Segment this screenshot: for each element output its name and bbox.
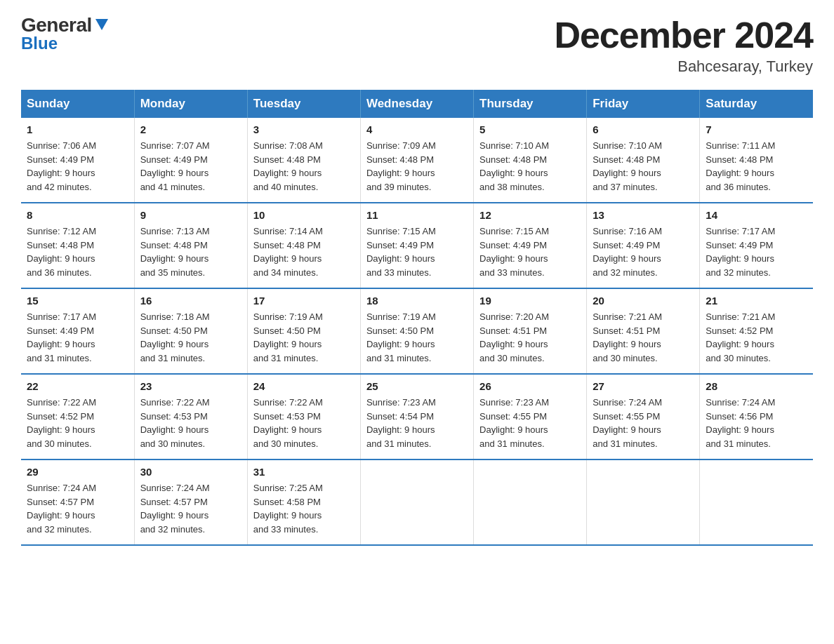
col-monday: Monday [134, 90, 247, 118]
logo: General Blue [21, 14, 110, 53]
day-number: 24 [253, 380, 355, 392]
day-number: 22 [27, 380, 128, 392]
svg-marker-0 [95, 19, 108, 30]
day-number: 14 [706, 209, 807, 221]
day-info: Sunrise: 7:16 AM Sunset: 4:49 PM Dayligh… [593, 224, 694, 279]
calendar-day-cell [360, 459, 473, 545]
day-info: Sunrise: 7:20 AM Sunset: 4:51 PM Dayligh… [479, 310, 581, 365]
day-number: 4 [366, 123, 468, 135]
calendar-day-cell: 11 Sunrise: 7:15 AM Sunset: 4:49 PM Dayl… [360, 203, 473, 288]
calendar-day-cell: 6 Sunrise: 7:10 AM Sunset: 4:48 PM Dayli… [587, 118, 700, 203]
calendar-day-cell: 25 Sunrise: 7:23 AM Sunset: 4:54 PM Dayl… [360, 374, 473, 459]
calendar-day-cell: 30 Sunrise: 7:24 AM Sunset: 4:57 PM Dayl… [134, 459, 247, 545]
calendar-day-cell: 12 Sunrise: 7:15 AM Sunset: 4:49 PM Dayl… [474, 203, 587, 288]
day-number: 27 [593, 380, 694, 392]
day-info: Sunrise: 7:15 AM Sunset: 4:49 PM Dayligh… [366, 224, 468, 279]
day-info: Sunrise: 7:13 AM Sunset: 4:48 PM Dayligh… [140, 224, 241, 279]
day-number: 1 [27, 123, 128, 135]
logo-blue-text: Blue [21, 34, 58, 53]
day-info: Sunrise: 7:24 AM Sunset: 4:56 PM Dayligh… [706, 396, 807, 450]
day-number: 30 [140, 466, 241, 478]
day-number: 21 [706, 295, 807, 307]
location-title: Bahcesaray, Turkey [554, 58, 813, 76]
day-info: Sunrise: 7:24 AM Sunset: 4:57 PM Dayligh… [140, 481, 241, 536]
calendar-week-row: 8 Sunrise: 7:12 AM Sunset: 4:48 PM Dayli… [21, 203, 813, 288]
calendar-day-cell: 8 Sunrise: 7:12 AM Sunset: 4:48 PM Dayli… [21, 203, 134, 288]
day-number: 23 [140, 380, 241, 392]
calendar-day-cell: 18 Sunrise: 7:19 AM Sunset: 4:50 PM Dayl… [360, 288, 473, 374]
calendar-day-cell: 21 Sunrise: 7:21 AM Sunset: 4:52 PM Dayl… [700, 288, 813, 374]
calendar-day-cell: 22 Sunrise: 7:22 AM Sunset: 4:52 PM Dayl… [21, 374, 134, 459]
day-info: Sunrise: 7:24 AM Sunset: 4:55 PM Dayligh… [593, 396, 694, 450]
day-info: Sunrise: 7:15 AM Sunset: 4:49 PM Dayligh… [479, 224, 581, 279]
col-friday: Friday [587, 90, 700, 118]
calendar-day-cell: 20 Sunrise: 7:21 AM Sunset: 4:51 PM Dayl… [587, 288, 700, 374]
calendar-week-row: 15 Sunrise: 7:17 AM Sunset: 4:49 PM Dayl… [21, 288, 813, 374]
day-info: Sunrise: 7:22 AM Sunset: 4:52 PM Dayligh… [27, 396, 128, 450]
calendar-day-cell [700, 459, 813, 545]
calendar-day-cell: 15 Sunrise: 7:17 AM Sunset: 4:49 PM Dayl… [21, 288, 134, 374]
day-info: Sunrise: 7:23 AM Sunset: 4:54 PM Dayligh… [366, 396, 468, 450]
day-info: Sunrise: 7:10 AM Sunset: 4:48 PM Dayligh… [479, 139, 581, 194]
logo-arrow-icon [94, 16, 110, 32]
calendar-day-cell: 5 Sunrise: 7:10 AM Sunset: 4:48 PM Dayli… [474, 118, 587, 203]
day-info: Sunrise: 7:21 AM Sunset: 4:52 PM Dayligh… [706, 310, 807, 365]
day-number: 13 [593, 209, 694, 221]
day-info: Sunrise: 7:09 AM Sunset: 4:48 PM Dayligh… [366, 139, 468, 194]
day-info: Sunrise: 7:19 AM Sunset: 4:50 PM Dayligh… [253, 310, 355, 365]
day-number: 16 [140, 295, 241, 307]
day-info: Sunrise: 7:14 AM Sunset: 4:48 PM Dayligh… [253, 224, 355, 279]
calendar-day-cell: 7 Sunrise: 7:11 AM Sunset: 4:48 PM Dayli… [700, 118, 813, 203]
day-number: 9 [140, 209, 241, 221]
calendar-day-cell: 28 Sunrise: 7:24 AM Sunset: 4:56 PM Dayl… [700, 374, 813, 459]
day-info: Sunrise: 7:06 AM Sunset: 4:49 PM Dayligh… [27, 139, 128, 194]
day-number: 28 [706, 380, 807, 392]
calendar-week-row: 1 Sunrise: 7:06 AM Sunset: 4:49 PM Dayli… [21, 118, 813, 203]
day-number: 11 [366, 209, 468, 221]
title-block: December 2024 Bahcesaray, Turkey [554, 14, 813, 76]
calendar-day-cell: 26 Sunrise: 7:23 AM Sunset: 4:55 PM Dayl… [474, 374, 587, 459]
day-number: 10 [253, 209, 355, 221]
col-sunday: Sunday [21, 90, 134, 118]
day-info: Sunrise: 7:25 AM Sunset: 4:58 PM Dayligh… [253, 481, 355, 536]
col-tuesday: Tuesday [247, 90, 360, 118]
day-info: Sunrise: 7:11 AM Sunset: 4:48 PM Dayligh… [706, 139, 807, 194]
calendar-day-cell: 1 Sunrise: 7:06 AM Sunset: 4:49 PM Dayli… [21, 118, 134, 203]
calendar-day-cell [587, 459, 700, 545]
calendar-day-cell: 3 Sunrise: 7:08 AM Sunset: 4:48 PM Dayli… [247, 118, 360, 203]
day-info: Sunrise: 7:07 AM Sunset: 4:49 PM Dayligh… [140, 139, 241, 194]
calendar-header-row: Sunday Monday Tuesday Wednesday Thursday… [21, 90, 813, 118]
day-number: 29 [27, 466, 128, 478]
calendar-week-row: 29 Sunrise: 7:24 AM Sunset: 4:57 PM Dayl… [21, 459, 813, 545]
page-header: General Blue December 2024 Bahcesaray, T… [21, 14, 813, 76]
day-number: 25 [366, 380, 468, 392]
calendar-day-cell: 9 Sunrise: 7:13 AM Sunset: 4:48 PM Dayli… [134, 203, 247, 288]
calendar-day-cell: 16 Sunrise: 7:18 AM Sunset: 4:50 PM Dayl… [134, 288, 247, 374]
day-info: Sunrise: 7:21 AM Sunset: 4:51 PM Dayligh… [593, 310, 694, 365]
calendar-table: Sunday Monday Tuesday Wednesday Thursday… [21, 90, 813, 546]
day-info: Sunrise: 7:17 AM Sunset: 4:49 PM Dayligh… [706, 224, 807, 279]
calendar-day-cell: 27 Sunrise: 7:24 AM Sunset: 4:55 PM Dayl… [587, 374, 700, 459]
day-info: Sunrise: 7:24 AM Sunset: 4:57 PM Dayligh… [27, 481, 128, 536]
day-info: Sunrise: 7:18 AM Sunset: 4:50 PM Dayligh… [140, 310, 241, 365]
day-info: Sunrise: 7:22 AM Sunset: 4:53 PM Dayligh… [140, 396, 241, 450]
col-saturday: Saturday [700, 90, 813, 118]
calendar-day-cell: 13 Sunrise: 7:16 AM Sunset: 4:49 PM Dayl… [587, 203, 700, 288]
day-number: 26 [479, 380, 581, 392]
calendar-day-cell: 19 Sunrise: 7:20 AM Sunset: 4:51 PM Dayl… [474, 288, 587, 374]
calendar-day-cell: 4 Sunrise: 7:09 AM Sunset: 4:48 PM Dayli… [360, 118, 473, 203]
calendar-day-cell: 17 Sunrise: 7:19 AM Sunset: 4:50 PM Dayl… [247, 288, 360, 374]
day-info: Sunrise: 7:17 AM Sunset: 4:49 PM Dayligh… [27, 310, 128, 365]
day-info: Sunrise: 7:10 AM Sunset: 4:48 PM Dayligh… [593, 139, 694, 194]
day-info: Sunrise: 7:12 AM Sunset: 4:48 PM Dayligh… [27, 224, 128, 279]
day-number: 2 [140, 123, 241, 135]
day-info: Sunrise: 7:19 AM Sunset: 4:50 PM Dayligh… [366, 310, 468, 365]
day-info: Sunrise: 7:08 AM Sunset: 4:48 PM Dayligh… [253, 139, 355, 194]
day-number: 12 [479, 209, 581, 221]
day-number: 6 [593, 123, 694, 135]
day-number: 8 [27, 209, 128, 221]
day-number: 17 [253, 295, 355, 307]
calendar-day-cell: 29 Sunrise: 7:24 AM Sunset: 4:57 PM Dayl… [21, 459, 134, 545]
day-number: 19 [479, 295, 581, 307]
calendar-day-cell [474, 459, 587, 545]
